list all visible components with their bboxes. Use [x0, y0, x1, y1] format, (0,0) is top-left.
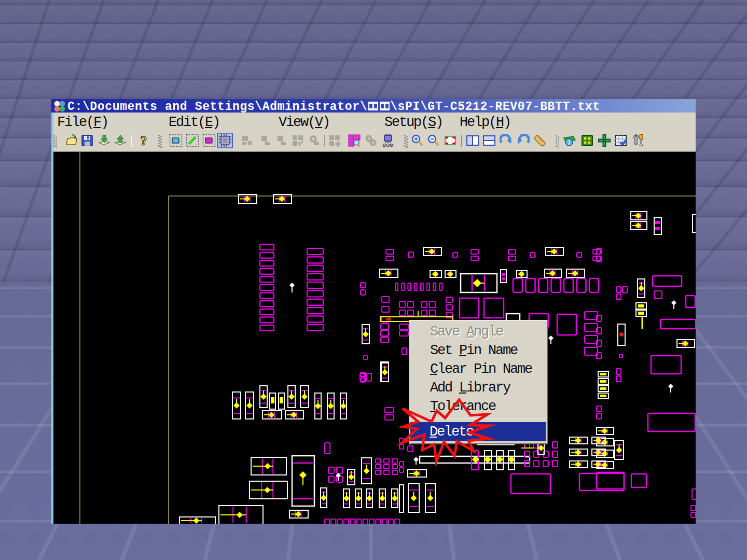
svg-text:?: ? — [141, 134, 147, 147]
svg-text:i: i — [568, 138, 570, 146]
svg-text:BOM: BOM — [383, 143, 394, 148]
